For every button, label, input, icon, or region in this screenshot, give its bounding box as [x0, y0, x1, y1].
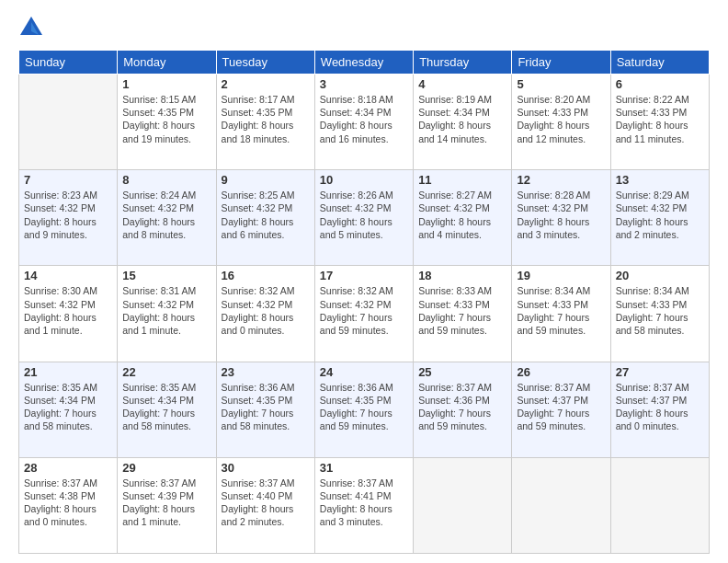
day-info: Sunrise: 8:36 AMSunset: 4:35 PMDaylight:…: [320, 381, 408, 433]
calendar-day-cell: 7Sunrise: 8:23 AMSunset: 4:32 PMDaylight…: [19, 170, 118, 266]
calendar-day-cell: 16Sunrise: 8:32 AMSunset: 4:32 PMDayligh…: [216, 266, 314, 362]
calendar-day-cell: 21Sunrise: 8:35 AMSunset: 4:34 PMDayligh…: [19, 362, 118, 457]
day-number: 14: [24, 269, 112, 282]
day-info: Sunrise: 8:29 AMSunset: 4:32 PMDaylight:…: [616, 189, 704, 241]
day-number: 10: [320, 173, 408, 187]
day-info: Sunrise: 8:32 AMSunset: 4:32 PMDaylight:…: [320, 284, 408, 337]
calendar-day-cell: 12Sunrise: 8:28 AMSunset: 4:32 PMDayligh…: [512, 170, 610, 266]
day-info: Sunrise: 8:25 AMSunset: 4:32 PMDaylight:…: [222, 189, 310, 241]
day-info: Sunrise: 8:37 AMSunset: 4:39 PMDaylight:…: [122, 477, 210, 529]
day-info: Sunrise: 8:26 AMSunset: 4:32 PMDaylight:…: [320, 189, 408, 241]
calendar-day-cell: 17Sunrise: 8:32 AMSunset: 4:32 PMDayligh…: [314, 266, 413, 362]
calendar-week-row: 28Sunrise: 8:37 AMSunset: 4:38 PMDayligh…: [19, 457, 710, 553]
day-info: Sunrise: 8:28 AMSunset: 4:32 PMDaylight:…: [517, 189, 605, 241]
calendar-day-cell: 3Sunrise: 8:18 AMSunset: 4:34 PMDaylight…: [314, 75, 413, 170]
day-info: Sunrise: 8:27 AMSunset: 4:32 PMDaylight:…: [418, 189, 506, 241]
day-number: 2: [222, 77, 310, 91]
day-info: Sunrise: 8:37 AMSunset: 4:37 PMDaylight:…: [616, 381, 704, 433]
day-number: 21: [24, 365, 112, 379]
calendar-week-row: 1Sunrise: 8:15 AMSunset: 4:35 PMDaylight…: [19, 75, 710, 170]
calendar-day-cell: 30Sunrise: 8:37 AMSunset: 4:40 PMDayligh…: [216, 457, 314, 553]
day-number: 27: [616, 365, 704, 379]
day-info: Sunrise: 8:32 AMSunset: 4:32 PMDaylight:…: [222, 284, 310, 337]
day-info: Sunrise: 8:37 AMSunset: 4:37 PMDaylight:…: [517, 381, 605, 433]
calendar-day-cell: 19Sunrise: 8:34 AMSunset: 4:33 PMDayligh…: [512, 266, 610, 362]
logo: [18, 15, 48, 40]
day-info: Sunrise: 8:20 AMSunset: 4:33 PMDaylight:…: [517, 93, 605, 145]
day-info: Sunrise: 8:18 AMSunset: 4:34 PMDaylight:…: [320, 93, 408, 145]
calendar-day-header: Monday: [118, 51, 216, 75]
calendar-day-cell: 5Sunrise: 8:20 AMSunset: 4:33 PMDaylight…: [512, 75, 610, 170]
calendar-day-header: Sunday: [19, 51, 118, 75]
calendar-day-cell: 25Sunrise: 8:37 AMSunset: 4:36 PMDayligh…: [414, 362, 512, 457]
calendar-day-cell: 13Sunrise: 8:29 AMSunset: 4:32 PMDayligh…: [610, 170, 709, 266]
day-number: 18: [418, 269, 506, 282]
day-number: 8: [122, 173, 210, 187]
calendar-day-header: Thursday: [414, 51, 512, 75]
calendar-day-cell: [512, 457, 610, 553]
day-info: Sunrise: 8:15 AMSunset: 4:35 PMDaylight:…: [122, 93, 210, 145]
header: [18, 15, 710, 40]
day-info: Sunrise: 8:17 AMSunset: 4:35 PMDaylight:…: [222, 93, 310, 145]
day-info: Sunrise: 8:34 AMSunset: 4:33 PMDaylight:…: [616, 284, 704, 337]
day-number: 7: [24, 173, 112, 187]
day-info: Sunrise: 8:30 AMSunset: 4:32 PMDaylight:…: [24, 284, 112, 337]
day-number: 30: [222, 461, 310, 475]
day-info: Sunrise: 8:31 AMSunset: 4:32 PMDaylight:…: [122, 284, 210, 337]
day-number: 11: [418, 173, 506, 187]
calendar-day-cell: 10Sunrise: 8:26 AMSunset: 4:32 PMDayligh…: [314, 170, 413, 266]
day-number: 24: [320, 365, 408, 379]
calendar-day-cell: 11Sunrise: 8:27 AMSunset: 4:32 PMDayligh…: [414, 170, 512, 266]
calendar-day-header: Friday: [512, 51, 610, 75]
day-number: 23: [222, 365, 310, 379]
calendar-day-cell: 23Sunrise: 8:36 AMSunset: 4:35 PMDayligh…: [216, 362, 314, 457]
day-number: 28: [24, 461, 112, 475]
calendar-day-cell: 22Sunrise: 8:35 AMSunset: 4:34 PMDayligh…: [118, 362, 216, 457]
day-info: Sunrise: 8:19 AMSunset: 4:34 PMDaylight:…: [418, 93, 506, 145]
calendar-day-cell: 9Sunrise: 8:25 AMSunset: 4:32 PMDaylight…: [216, 170, 314, 266]
day-info: Sunrise: 8:37 AMSunset: 4:40 PMDaylight:…: [222, 477, 310, 529]
calendar-day-cell: 14Sunrise: 8:30 AMSunset: 4:32 PMDayligh…: [19, 266, 118, 362]
day-number: 15: [122, 269, 210, 282]
calendar-day-cell: 2Sunrise: 8:17 AMSunset: 4:35 PMDaylight…: [216, 75, 314, 170]
calendar-week-row: 21Sunrise: 8:35 AMSunset: 4:34 PMDayligh…: [19, 362, 710, 457]
day-info: Sunrise: 8:35 AMSunset: 4:34 PMDaylight:…: [24, 381, 112, 433]
calendar-header-row: SundayMondayTuesdayWednesdayThursdayFrid…: [19, 51, 710, 75]
day-number: 12: [517, 173, 605, 187]
day-number: 1: [122, 77, 210, 91]
calendar-week-row: 7Sunrise: 8:23 AMSunset: 4:32 PMDaylight…: [19, 170, 710, 266]
calendar-day-cell: 26Sunrise: 8:37 AMSunset: 4:37 PMDayligh…: [512, 362, 610, 457]
day-number: 20: [616, 269, 704, 282]
day-info: Sunrise: 8:35 AMSunset: 4:34 PMDaylight:…: [122, 381, 210, 433]
day-info: Sunrise: 8:36 AMSunset: 4:35 PMDaylight:…: [222, 381, 310, 433]
calendar-day-cell: 20Sunrise: 8:34 AMSunset: 4:33 PMDayligh…: [610, 266, 709, 362]
day-number: 16: [222, 269, 310, 282]
day-number: 22: [122, 365, 210, 379]
day-number: 3: [320, 77, 408, 91]
calendar-table: SundayMondayTuesdayWednesdayThursdayFrid…: [18, 50, 710, 554]
day-info: Sunrise: 8:37 AMSunset: 4:36 PMDaylight:…: [418, 381, 506, 433]
day-number: 6: [616, 77, 704, 91]
day-number: 19: [517, 269, 605, 282]
day-number: 9: [222, 173, 310, 187]
calendar-day-header: Saturday: [610, 51, 709, 75]
calendar-day-cell: 15Sunrise: 8:31 AMSunset: 4:32 PMDayligh…: [118, 266, 216, 362]
calendar-day-cell: 29Sunrise: 8:37 AMSunset: 4:39 PMDayligh…: [118, 457, 216, 553]
day-info: Sunrise: 8:33 AMSunset: 4:33 PMDaylight:…: [418, 284, 506, 337]
calendar-day-cell: [414, 457, 512, 553]
calendar-day-header: Tuesday: [216, 51, 314, 75]
day-info: Sunrise: 8:34 AMSunset: 4:33 PMDaylight:…: [517, 284, 605, 337]
day-info: Sunrise: 8:37 AMSunset: 4:38 PMDaylight:…: [24, 477, 112, 529]
day-info: Sunrise: 8:22 AMSunset: 4:33 PMDaylight:…: [616, 93, 704, 145]
day-number: 17: [320, 269, 408, 282]
calendar-day-cell: 6Sunrise: 8:22 AMSunset: 4:33 PMDaylight…: [610, 75, 709, 170]
day-number: 25: [418, 365, 506, 379]
calendar-week-row: 14Sunrise: 8:30 AMSunset: 4:32 PMDayligh…: [19, 266, 710, 362]
day-number: 5: [517, 77, 605, 91]
calendar-day-cell: 28Sunrise: 8:37 AMSunset: 4:38 PMDayligh…: [19, 457, 118, 553]
day-number: 13: [616, 173, 704, 187]
day-number: 31: [320, 461, 408, 475]
page: SundayMondayTuesdayWednesdayThursdayFrid…: [0, 0, 728, 563]
calendar-day-cell: 4Sunrise: 8:19 AMSunset: 4:34 PMDaylight…: [414, 75, 512, 170]
calendar-day-cell: 8Sunrise: 8:24 AMSunset: 4:32 PMDaylight…: [118, 170, 216, 266]
